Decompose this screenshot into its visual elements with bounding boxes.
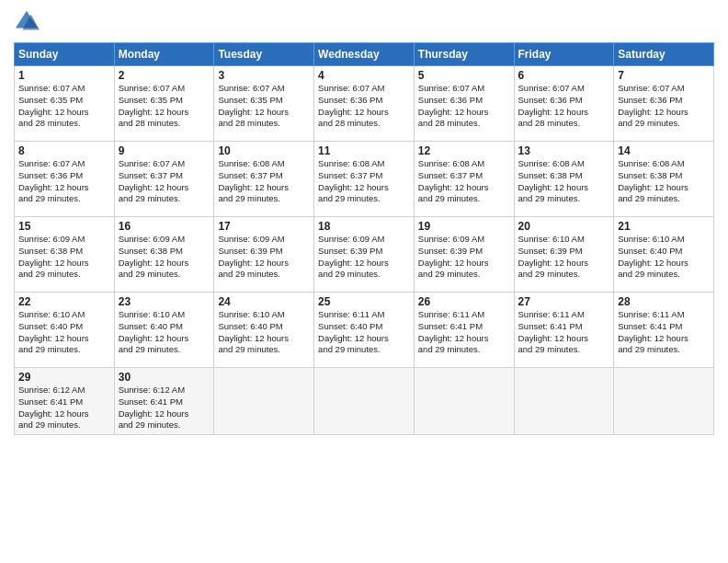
weekday-header-thursday: Thursday: [414, 43, 514, 66]
day-number: 18: [318, 220, 410, 233]
day-info: Sunrise: 6:09 AM Sunset: 6:39 PM Dayligh…: [418, 234, 510, 281]
day-number: 4: [318, 69, 410, 82]
weekday-header-sunday: Sunday: [15, 43, 115, 66]
day-info: Sunrise: 6:08 AM Sunset: 6:38 PM Dayligh…: [618, 158, 710, 205]
day-info: Sunrise: 6:07 AM Sunset: 6:36 PM Dayligh…: [618, 83, 710, 130]
day-number: 27: [518, 295, 610, 308]
day-number: 28: [618, 295, 710, 308]
calendar-cell: 10Sunrise: 6:08 AM Sunset: 6:37 PM Dayli…: [214, 142, 314, 217]
day-info: Sunrise: 6:07 AM Sunset: 6:35 PM Dayligh…: [218, 83, 310, 130]
day-info: Sunrise: 6:09 AM Sunset: 6:38 PM Dayligh…: [18, 234, 110, 281]
day-info: Sunrise: 6:07 AM Sunset: 6:35 PM Dayligh…: [18, 83, 110, 130]
day-number: 22: [18, 295, 110, 308]
weekday-header-monday: Monday: [114, 43, 214, 66]
weekday-header-tuesday: Tuesday: [214, 43, 314, 66]
calendar-cell: 19Sunrise: 6:09 AM Sunset: 6:39 PM Dayli…: [414, 217, 514, 293]
day-info: Sunrise: 6:08 AM Sunset: 6:37 PM Dayligh…: [318, 158, 410, 205]
day-info: Sunrise: 6:07 AM Sunset: 6:37 PM Dayligh…: [119, 158, 210, 205]
day-number: 29: [18, 371, 110, 384]
calendar-cell: [614, 368, 714, 435]
day-info: Sunrise: 6:12 AM Sunset: 6:41 PM Dayligh…: [119, 385, 210, 431]
day-info: Sunrise: 6:12 AM Sunset: 6:41 PM Dayligh…: [18, 385, 110, 431]
calendar-cell: 26Sunrise: 6:11 AM Sunset: 6:41 PM Dayli…: [414, 293, 514, 368]
weekday-header-saturday: Saturday: [614, 43, 714, 66]
day-number: 5: [418, 69, 510, 82]
calendar-cell: [414, 368, 514, 435]
day-number: 10: [218, 144, 310, 157]
day-info: Sunrise: 6:10 AM Sunset: 6:40 PM Dayligh…: [119, 309, 210, 356]
day-number: 14: [618, 144, 710, 157]
calendar-cell: 25Sunrise: 6:11 AM Sunset: 6:40 PM Dayli…: [314, 293, 415, 368]
day-info: Sunrise: 6:08 AM Sunset: 6:37 PM Dayligh…: [218, 158, 310, 205]
day-info: Sunrise: 6:11 AM Sunset: 6:41 PM Dayligh…: [618, 309, 710, 356]
day-number: 17: [218, 220, 310, 233]
day-info: Sunrise: 6:07 AM Sunset: 6:36 PM Dayligh…: [18, 158, 110, 205]
calendar-cell: 15Sunrise: 6:09 AM Sunset: 6:38 PM Dayli…: [15, 217, 115, 293]
calendar-cell: 16Sunrise: 6:09 AM Sunset: 6:38 PM Dayli…: [114, 217, 214, 293]
day-number: 3: [218, 69, 310, 82]
calendar-week-4: 22Sunrise: 6:10 AM Sunset: 6:40 PM Dayli…: [15, 293, 714, 368]
calendar-cell: 11Sunrise: 6:08 AM Sunset: 6:37 PM Dayli…: [314, 142, 415, 217]
calendar-cell: 20Sunrise: 6:10 AM Sunset: 6:39 PM Dayli…: [514, 217, 614, 293]
calendar-header-row: SundayMondayTuesdayWednesdayThursdayFrid…: [15, 43, 714, 66]
day-info: Sunrise: 6:11 AM Sunset: 6:40 PM Dayligh…: [318, 309, 410, 356]
day-info: Sunrise: 6:10 AM Sunset: 6:40 PM Dayligh…: [618, 234, 710, 281]
day-info: Sunrise: 6:10 AM Sunset: 6:39 PM Dayligh…: [518, 234, 610, 281]
day-number: 25: [318, 295, 410, 308]
calendar-table: SundayMondayTuesdayWednesdayThursdayFrid…: [14, 42, 714, 435]
day-number: 21: [618, 220, 710, 233]
calendar-cell: 21Sunrise: 6:10 AM Sunset: 6:40 PM Dayli…: [614, 217, 714, 293]
calendar-cell: 29Sunrise: 6:12 AM Sunset: 6:41 PM Dayli…: [15, 368, 115, 435]
day-info: Sunrise: 6:07 AM Sunset: 6:35 PM Dayligh…: [119, 83, 210, 130]
day-number: 11: [318, 144, 410, 157]
calendar-cell: 28Sunrise: 6:11 AM Sunset: 6:41 PM Dayli…: [614, 293, 714, 368]
day-number: 8: [18, 144, 110, 157]
calendar-cell: 7Sunrise: 6:07 AM Sunset: 6:36 PM Daylig…: [614, 66, 714, 142]
calendar-cell: 22Sunrise: 6:10 AM Sunset: 6:40 PM Dayli…: [15, 293, 115, 368]
day-info: Sunrise: 6:11 AM Sunset: 6:41 PM Dayligh…: [418, 309, 510, 356]
calendar-week-2: 8Sunrise: 6:07 AM Sunset: 6:36 PM Daylig…: [15, 142, 714, 217]
day-number: 24: [218, 295, 310, 308]
day-info: Sunrise: 6:07 AM Sunset: 6:36 PM Dayligh…: [418, 83, 510, 130]
day-info: Sunrise: 6:09 AM Sunset: 6:38 PM Dayligh…: [119, 234, 210, 281]
calendar-week-3: 15Sunrise: 6:09 AM Sunset: 6:38 PM Dayli…: [15, 217, 714, 293]
day-info: Sunrise: 6:10 AM Sunset: 6:40 PM Dayligh…: [18, 309, 110, 356]
day-number: 30: [119, 371, 210, 384]
calendar-cell: [514, 368, 614, 435]
day-number: 19: [418, 220, 510, 233]
day-info: Sunrise: 6:07 AM Sunset: 6:36 PM Dayligh…: [518, 83, 610, 130]
day-number: 9: [119, 144, 210, 157]
calendar-cell: 13Sunrise: 6:08 AM Sunset: 6:38 PM Dayli…: [514, 142, 614, 217]
weekday-header-wednesday: Wednesday: [314, 43, 415, 66]
day-number: 13: [518, 144, 610, 157]
day-number: 16: [119, 220, 210, 233]
day-number: 7: [618, 69, 710, 82]
calendar-cell: 1Sunrise: 6:07 AM Sunset: 6:35 PM Daylig…: [15, 66, 115, 142]
calendar-cell: 5Sunrise: 6:07 AM Sunset: 6:36 PM Daylig…: [414, 66, 514, 142]
calendar-cell: 6Sunrise: 6:07 AM Sunset: 6:36 PM Daylig…: [514, 66, 614, 142]
day-info: Sunrise: 6:11 AM Sunset: 6:41 PM Dayligh…: [518, 309, 610, 356]
day-number: 23: [119, 295, 210, 308]
day-info: Sunrise: 6:09 AM Sunset: 6:39 PM Dayligh…: [318, 234, 410, 281]
calendar-cell: [214, 368, 314, 435]
day-info: Sunrise: 6:08 AM Sunset: 6:38 PM Dayligh…: [518, 158, 610, 205]
day-info: Sunrise: 6:07 AM Sunset: 6:36 PM Dayligh…: [318, 83, 410, 130]
calendar-cell: 18Sunrise: 6:09 AM Sunset: 6:39 PM Dayli…: [314, 217, 415, 293]
calendar-week-1: 1Sunrise: 6:07 AM Sunset: 6:35 PM Daylig…: [15, 66, 714, 142]
day-number: 2: [119, 69, 210, 82]
day-number: 1: [18, 69, 110, 82]
calendar-cell: 24Sunrise: 6:10 AM Sunset: 6:40 PM Dayli…: [214, 293, 314, 368]
calendar-cell: 2Sunrise: 6:07 AM Sunset: 6:35 PM Daylig…: [114, 66, 214, 142]
page: SundayMondayTuesdayWednesdayThursdayFrid…: [0, 0, 728, 563]
day-number: 15: [18, 220, 110, 233]
calendar-cell: 4Sunrise: 6:07 AM Sunset: 6:36 PM Daylig…: [314, 66, 415, 142]
calendar-cell: 17Sunrise: 6:09 AM Sunset: 6:39 PM Dayli…: [214, 217, 314, 293]
logo: [14, 9, 41, 35]
day-info: Sunrise: 6:09 AM Sunset: 6:39 PM Dayligh…: [218, 234, 310, 281]
calendar-cell: 23Sunrise: 6:10 AM Sunset: 6:40 PM Dayli…: [114, 293, 214, 368]
calendar-cell: [314, 368, 415, 435]
weekday-header-friday: Friday: [514, 43, 614, 66]
day-info: Sunrise: 6:10 AM Sunset: 6:40 PM Dayligh…: [218, 309, 310, 356]
day-info: Sunrise: 6:08 AM Sunset: 6:37 PM Dayligh…: [418, 158, 510, 205]
header: [14, 9, 714, 35]
